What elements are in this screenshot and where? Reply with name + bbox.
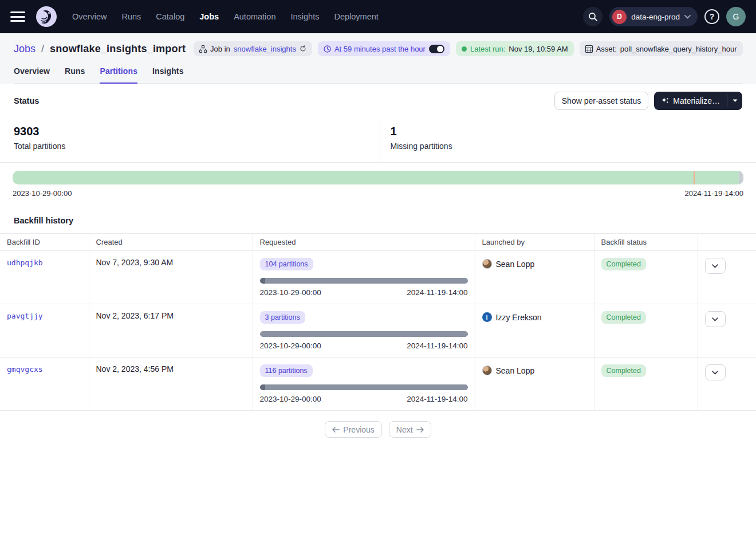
help-icon: ?: [710, 12, 715, 21]
status-title: Status: [14, 96, 39, 105]
backfill-id-link[interactable]: udhpqjkb: [7, 258, 43, 267]
launched-by-name: Izzy Erekson: [496, 313, 542, 322]
status-header: Status Show per-asset status Materialize…: [0, 84, 756, 118]
table-row: gmqvgcxs Nov 2, 2023, 4:56 PM 116 partit…: [0, 358, 756, 411]
backfill-table: Backfill ID Created Requested Launched b…: [0, 233, 756, 411]
row-actions-button[interactable]: [705, 311, 726, 327]
search-icon: [588, 12, 598, 22]
partition-range-end: 2024-11-19-14:00: [685, 189, 743, 198]
table-row: udhpqjkb Nov 7, 2023, 9:30 AM 104 partit…: [0, 251, 756, 304]
latest-run-badge[interactable]: Latest run: Nov 19, 10:59 AM: [456, 41, 574, 56]
workspace-name: data-eng-prod: [631, 13, 680, 21]
user-avatar: [482, 259, 492, 269]
asset-badge[interactable]: Asset: poll_snowflake_query_history_hour: [580, 41, 743, 56]
col-backfill-id: Backfill ID: [0, 234, 89, 251]
arrow-right-icon: [416, 427, 424, 433]
previous-label: Previous: [343, 425, 374, 434]
missing-partition-segment: [739, 171, 743, 184]
tab-overview[interactable]: Overview: [14, 66, 50, 83]
page-title: snowflake_insights_import: [50, 43, 186, 55]
chevron-down-icon: [712, 317, 718, 321]
status-badge: Completed: [601, 258, 646, 270]
range-start: 2023-10-29-00:00: [260, 288, 321, 297]
partition-status-bar-section: 2023-10-29-00:00 2024-11-19-14:00: [0, 163, 756, 203]
row-actions-button[interactable]: [705, 258, 726, 274]
menu-icon[interactable]: [10, 11, 25, 22]
backfill-progress-bar: [260, 331, 468, 337]
schedule-label: At 59 minutes past the hour: [334, 45, 426, 53]
latest-run-value: Nov 19, 10:59 AM: [509, 45, 568, 53]
nav-item-deployment[interactable]: Deployment: [334, 12, 378, 21]
total-partitions-label: Total partitions: [14, 142, 366, 151]
user-avatar[interactable]: G: [726, 7, 746, 26]
tab-partitions[interactable]: Partitions: [100, 66, 137, 84]
partition-stats: 9303 Total partitions 1 Missing partitio…: [0, 118, 756, 163]
workspace-switcher[interactable]: D data-eng-prod: [609, 7, 698, 26]
partition-bar-tick: [694, 171, 695, 184]
nav-item-automation[interactable]: Automation: [234, 12, 275, 21]
backfill-progress-bar: [260, 278, 468, 284]
nav-item-catalog[interactable]: Catalog: [156, 12, 184, 21]
requested-partitions-pill[interactable]: 104 partitions: [260, 258, 313, 270]
backfill-id-link[interactable]: pavgtjjy: [7, 312, 43, 320]
search-button[interactable]: [583, 7, 603, 26]
tab-insights[interactable]: Insights: [152, 66, 183, 83]
requested-partitions-pill[interactable]: 116 partitions: [260, 364, 313, 377]
status-badge: Completed: [601, 364, 646, 377]
table-icon: [585, 45, 593, 53]
total-partitions-stat: 9303 Total partitions: [0, 118, 380, 162]
status-badge: Completed: [601, 311, 646, 324]
range-end: 2024-11-19-14:00: [407, 341, 467, 350]
progress-bar-cap: [260, 278, 265, 284]
nav-item-insights[interactable]: Insights: [290, 12, 319, 21]
backfill-id-link[interactable]: gmqvgcxs: [7, 365, 43, 374]
breadcrumb-jobs-link[interactable]: Jobs: [14, 43, 36, 55]
range-start: 2023-10-29-00:00: [260, 341, 321, 350]
graph-icon: [199, 45, 207, 53]
next-page-button[interactable]: Next: [389, 421, 431, 438]
nav-item-runs[interactable]: Runs: [121, 12, 141, 21]
workspace-badge: D: [612, 10, 627, 24]
user-avatar: [482, 366, 492, 375]
row-actions-button[interactable]: [705, 364, 726, 380]
created-value: Nov 2, 2023, 6:17 PM: [96, 311, 174, 320]
nav-item-overview[interactable]: Overview: [72, 12, 107, 21]
schedule-toggle[interactable]: [429, 45, 444, 53]
chevron-down-icon: [684, 15, 691, 19]
range-end: 2024-11-19-14:00: [407, 288, 467, 297]
created-value: Nov 7, 2023, 9:30 AM: [96, 258, 174, 267]
range-start: 2023-10-29-00:00: [260, 395, 321, 403]
caret-down-icon: [733, 99, 738, 103]
col-actions: [698, 234, 756, 251]
launched-by-name: Sean Lopp: [496, 366, 535, 375]
missing-partitions-label: Missing partitions: [391, 142, 743, 151]
total-partitions-value: 9303: [14, 125, 366, 138]
reload-icon: [300, 45, 306, 52]
backfill-history-title: Backfill history: [0, 203, 756, 233]
tab-runs[interactable]: Runs: [65, 66, 85, 83]
schedule-badge[interactable]: At 59 minutes past the hour: [318, 41, 450, 56]
page-header: Jobs / snowflake_insights_import Job in …: [0, 33, 756, 84]
progress-bar-cap: [260, 384, 265, 390]
partition-range-start: 2023-10-29-00:00: [13, 189, 72, 198]
job-location-link[interactable]: snowflake_insights: [234, 45, 296, 53]
materialize-button[interactable]: Materialize…: [654, 92, 727, 110]
launched-by-name: Sean Lopp: [496, 260, 535, 269]
created-value: Nov 2, 2023, 4:56 PM: [96, 364, 174, 374]
nav-item-jobs[interactable]: Jobs: [199, 12, 219, 21]
primary-nav: Overview Runs Catalog Jobs Automation In…: [72, 12, 379, 21]
help-button[interactable]: ?: [704, 9, 719, 24]
materialize-dropdown-button[interactable]: [727, 92, 742, 110]
next-label: Next: [396, 425, 413, 434]
col-backfill-status: Backfill status: [594, 234, 698, 251]
previous-page-button[interactable]: Previous: [325, 421, 381, 438]
breadcrumb: Jobs / snowflake_insights_import Job in …: [14, 41, 742, 56]
partition-status-bar[interactable]: [13, 171, 743, 184]
job-location-badge[interactable]: Job in snowflake_insights: [194, 41, 312, 56]
table-row: pavgtjjy Nov 2, 2023, 6:17 PM 3 partitio…: [0, 304, 756, 358]
sparkle-icon: [661, 97, 669, 105]
show-per-asset-status-button[interactable]: Show per-asset status: [554, 92, 649, 110]
requested-partitions-pill[interactable]: 3 partitions: [260, 311, 305, 324]
table-header-row: Backfill ID Created Requested Launched b…: [0, 234, 756, 251]
dagster-logo-icon[interactable]: [36, 6, 57, 28]
